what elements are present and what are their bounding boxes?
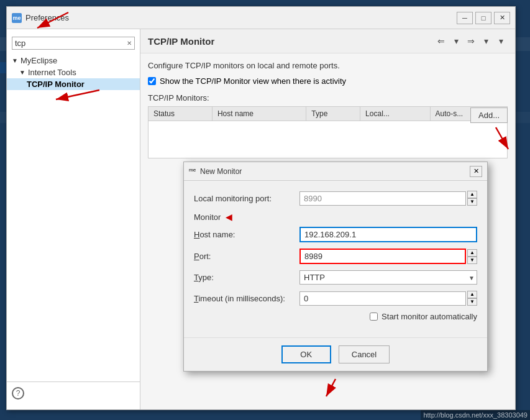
port-up-button[interactable]: ▲ <box>467 249 477 257</box>
monitors-section-label: TCP/IP Monitors: <box>148 93 508 103</box>
port-down-button[interactable]: ▼ <box>467 257 477 264</box>
timeout-down-button[interactable]: ▼ <box>467 298 477 306</box>
modal-close-button[interactable]: ✕ <box>470 166 482 177</box>
window-controls: ─ □ ✕ <box>457 12 510 24</box>
auto-start-checkbox[interactable] <box>370 313 378 321</box>
modal-title: New Monitor <box>200 167 470 176</box>
sidebar-item-label: Internet Tools <box>28 68 76 77</box>
port-row: Port: ▲ ▼ <box>194 249 477 264</box>
back-dropdown-button[interactable]: ▾ <box>449 34 463 48</box>
description-text: Configure TCP/IP monitors on local and r… <box>148 61 508 70</box>
col-status: Status <box>148 107 212 121</box>
window-title: Preferences <box>25 13 457 22</box>
local-port-input[interactable] <box>299 191 466 206</box>
search-box[interactable]: ✕ <box>12 37 135 50</box>
host-name-container <box>299 227 477 242</box>
close-window-button[interactable]: ✕ <box>494 12 510 24</box>
local-port-row: Local monitoring port: ▲ ▼ <box>194 191 477 206</box>
port-label: Port: <box>194 252 299 261</box>
add-monitor-button[interactable]: Add... <box>470 107 508 123</box>
forward-dropdown-button[interactable]: ▾ <box>479 34 493 48</box>
show-monitor-checkbox[interactable] <box>148 77 156 85</box>
content-header: TCP/IP Monitor ⇐ ▾ ⇒ ▾ ▾ <box>140 29 515 53</box>
col-local: Local... <box>360 107 430 121</box>
window-titlebar: me Preferences ─ □ ✕ <box>7 7 515 29</box>
expand-arrow-icon: ▼ <box>12 57 18 64</box>
new-monitor-dialog: me New Monitor ✕ Local monitoring port: … <box>183 162 488 372</box>
local-port-up-button[interactable]: ▲ <box>467 191 477 198</box>
cancel-button[interactable]: Cancel <box>339 345 390 363</box>
sidebar-item-label: MyEclipse <box>21 56 57 65</box>
help-button[interactable]: ? <box>12 387 24 399</box>
host-name-input[interactable] <box>299 227 477 242</box>
host-name-label: Host name: <box>194 230 299 239</box>
expand-arrow-icon: ▼ <box>19 69 25 76</box>
type-row: Type: HTTP HTTPS ▼ <box>194 270 477 285</box>
table-empty-row <box>148 121 508 158</box>
port-input[interactable] <box>299 249 466 264</box>
modal-titlebar: me New Monitor ✕ <box>184 162 487 181</box>
show-monitor-label: Show the TCP/IP Monitor view when there … <box>160 76 346 86</box>
timeout-up-button[interactable]: ▲ <box>467 291 477 298</box>
sidebar-item-label: TCP/IP Monitor <box>27 80 85 89</box>
modal-footer: OK Cancel <box>184 337 487 371</box>
section-marker-icon: ◀ <box>226 212 232 222</box>
monitor-section-header: Monitor ◀ <box>194 212 477 222</box>
timeout-spinner: ▲ ▼ <box>467 291 477 306</box>
timeout-label: Timeout (in milliseconds): <box>194 294 299 303</box>
local-port-spinner: ▲ ▼ <box>467 191 477 206</box>
minimize-button[interactable]: ─ <box>457 12 473 24</box>
host-name-row: Host name: <box>194 227 477 242</box>
type-label: Type: <box>194 273 299 282</box>
watermark: http://blog.csdn.net/xxx_38303049 <box>421 410 530 420</box>
monitors-table: Status Host name Type Local... Auto-s... <box>148 106 508 158</box>
type-select[interactable]: HTTP HTTPS <box>299 270 477 285</box>
col-type: Type <box>306 107 360 121</box>
port-spinner: ▲ ▼ <box>467 249 477 264</box>
search-clear-icon[interactable]: ✕ <box>127 40 132 47</box>
back-button[interactable]: ⇐ <box>434 34 448 48</box>
maximize-button[interactable]: □ <box>475 12 491 24</box>
port-container: ▲ ▼ <box>299 249 477 264</box>
local-port-container: ▲ ▼ <box>299 191 477 206</box>
timeout-container: ▲ ▼ <box>299 291 477 306</box>
forward-button[interactable]: ⇒ <box>464 34 478 48</box>
content-title: TCP/IP Monitor <box>148 36 214 47</box>
sidebar-item-tcpip-monitor[interactable]: TCP/IP Monitor <box>7 78 140 90</box>
auto-start-label: Start monitor automatically <box>370 312 477 321</box>
header-toolbar: ⇐ ▾ ⇒ ▾ ▾ <box>434 34 508 48</box>
local-port-label: Local monitoring port: <box>194 194 299 203</box>
show-monitor-row: Show the TCP/IP Monitor view when there … <box>148 76 508 86</box>
more-button[interactable]: ▾ <box>494 34 508 48</box>
modal-body: Local monitoring port: ▲ ▼ Monitor ◀ Hos… <box>184 181 487 337</box>
timeout-input[interactable] <box>299 291 466 306</box>
sidebar-item-myeclipse[interactable]: ▼ MyEclipse <box>7 55 140 66</box>
local-port-down-button[interactable]: ▼ <box>467 198 477 206</box>
sidebar: ✕ ▼ MyEclipse ▼ Internet Tools TCP/IP Mo… <box>7 29 140 409</box>
modal-app-icon: me <box>189 167 198 176</box>
search-input[interactable] <box>15 39 127 48</box>
sidebar-footer: ? <box>7 381 140 404</box>
auto-start-row: Start monitor automatically <box>194 312 477 321</box>
type-container: HTTP HTTPS ▼ <box>299 270 477 285</box>
ok-button[interactable]: OK <box>281 345 331 363</box>
col-hostname: Host name <box>212 107 306 121</box>
timeout-row: Timeout (in milliseconds): ▲ ▼ <box>194 291 477 306</box>
app-icon: me <box>12 13 22 23</box>
sidebar-item-internet-tools[interactable]: ▼ Internet Tools <box>7 66 140 78</box>
